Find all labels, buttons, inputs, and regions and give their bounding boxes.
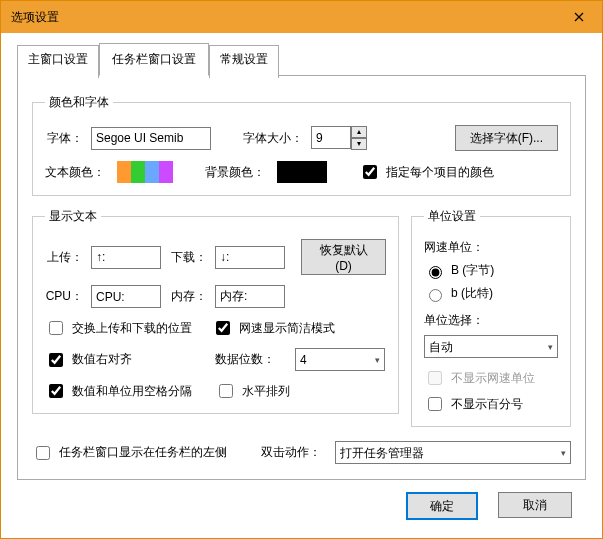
taskbar-left-input[interactable] bbox=[36, 446, 50, 460]
align-right-checkbox[interactable]: 数值右对齐 bbox=[45, 350, 195, 370]
space-sep-input[interactable] bbox=[49, 384, 63, 398]
unit-bit-input[interactable] bbox=[429, 289, 442, 302]
dblclick-select[interactable]: 打开任务管理器 bbox=[335, 441, 571, 464]
hide-percent-label: 不显示百分号 bbox=[451, 396, 523, 413]
compact-checkbox[interactable]: 网速显示简洁模式 bbox=[212, 318, 335, 338]
taskbar-left-label: 任务栏窗口显示在任务栏的左侧 bbox=[59, 444, 227, 461]
swatch-2[interactable] bbox=[145, 161, 159, 183]
mem-input[interactable] bbox=[215, 285, 285, 308]
download-input[interactable] bbox=[215, 246, 285, 269]
hide-percent-input[interactable] bbox=[428, 397, 442, 411]
dialog-footer: 确定 取消 bbox=[17, 480, 586, 528]
group-display-text-legend: 显示文本 bbox=[45, 208, 101, 225]
horizontal-checkbox[interactable]: 水平排列 bbox=[215, 381, 290, 401]
close-button[interactable] bbox=[556, 1, 602, 33]
group-unit: 单位设置 网速单位： B (字节) b (比特) 单位选择： bbox=[411, 208, 571, 427]
swatch-1[interactable] bbox=[131, 161, 145, 183]
space-sep-label: 数值和单位用空格分隔 bbox=[72, 383, 192, 400]
window-title: 选项设置 bbox=[11, 9, 59, 26]
tab-general[interactable]: 常规设置 bbox=[209, 45, 279, 78]
horizontal-input[interactable] bbox=[219, 384, 233, 398]
close-icon bbox=[574, 12, 584, 22]
tab-strip: 主窗口设置 任务栏窗口设置 常规设置 bbox=[17, 43, 586, 76]
digits-label: 数据位数： bbox=[215, 351, 275, 368]
tab-main-window[interactable]: 主窗口设置 bbox=[17, 45, 99, 78]
swap-checkbox[interactable]: 交换上传和下载的位置 bbox=[45, 318, 192, 338]
per-item-color-checkbox[interactable]: 指定每个项目的颜色 bbox=[359, 162, 494, 182]
bg-color-swatch[interactable] bbox=[277, 161, 327, 183]
text-color-label: 文本颜色： bbox=[45, 164, 109, 181]
swatch-3[interactable] bbox=[159, 161, 173, 183]
client-area: 主窗口设置 任务栏窗口设置 常规设置 颜色和字体 字体： 字体大小： ▴ ▾ bbox=[1, 33, 602, 538]
group-unit-legend: 单位设置 bbox=[424, 208, 480, 225]
compact-label: 网速显示简洁模式 bbox=[239, 320, 335, 337]
unit-byte-radio[interactable]: B (字节) bbox=[424, 262, 558, 279]
digits-select[interactable]: 4 bbox=[295, 348, 385, 371]
netunit-label: 网速单位： bbox=[424, 239, 558, 256]
taskbar-left-checkbox[interactable]: 任务栏窗口显示在任务栏的左侧 bbox=[32, 443, 227, 463]
cpu-label: CPU： bbox=[45, 288, 83, 305]
restore-default-button[interactable]: 恢复默认(D) bbox=[301, 239, 386, 275]
group-color-font-legend: 颜色和字体 bbox=[45, 94, 113, 111]
unit-byte-input[interactable] bbox=[429, 266, 442, 279]
download-label: 下载： bbox=[169, 249, 207, 266]
unit-bit-radio[interactable]: b (比特) bbox=[424, 285, 558, 302]
swap-label: 交换上传和下载的位置 bbox=[72, 320, 192, 337]
per-item-color-input[interactable] bbox=[363, 165, 377, 179]
unit-byte-label: B (字节) bbox=[451, 262, 494, 279]
unit-select-label: 单位选择： bbox=[424, 312, 558, 329]
font-size-label: 字体大小： bbox=[239, 130, 303, 147]
group-display-text: 显示文本 上传： 下载： 恢复默认(D) CPU： 内存： bbox=[32, 208, 399, 414]
group-color-font: 颜色和字体 字体： 字体大小： ▴ ▾ 选择字体(F)... bbox=[32, 94, 571, 196]
hide-netunit-label: 不显示网速单位 bbox=[451, 370, 535, 387]
hide-percent-checkbox[interactable]: 不显示百分号 bbox=[424, 394, 558, 414]
mem-label: 内存： bbox=[169, 288, 207, 305]
align-right-label: 数值右对齐 bbox=[72, 351, 132, 368]
font-size-input[interactable] bbox=[311, 126, 351, 149]
compact-input[interactable] bbox=[216, 321, 230, 335]
upload-input[interactable] bbox=[91, 246, 161, 269]
font-size-down[interactable]: ▾ bbox=[351, 138, 367, 150]
bg-color-label: 背景颜色： bbox=[205, 164, 269, 181]
per-item-color-label: 指定每个项目的颜色 bbox=[386, 164, 494, 181]
text-color-swatches[interactable] bbox=[117, 161, 173, 183]
unit-bit-label: b (比特) bbox=[451, 285, 493, 302]
swap-input[interactable] bbox=[49, 321, 63, 335]
font-size-up[interactable]: ▴ bbox=[351, 126, 367, 138]
tab-panel: 颜色和字体 字体： 字体大小： ▴ ▾ 选择字体(F)... bbox=[17, 76, 586, 480]
font-input[interactable] bbox=[91, 127, 211, 150]
font-size-spinner[interactable]: ▴ ▾ bbox=[311, 126, 367, 150]
space-sep-checkbox[interactable]: 数值和单位用空格分隔 bbox=[45, 381, 195, 401]
choose-font-button[interactable]: 选择字体(F)... bbox=[455, 125, 558, 151]
dblclick-label: 双击动作： bbox=[261, 444, 321, 461]
hide-netunit-input bbox=[428, 371, 442, 385]
unit-select[interactable]: 自动 bbox=[424, 335, 558, 358]
upload-label: 上传： bbox=[45, 249, 83, 266]
hide-netunit-checkbox: 不显示网速单位 bbox=[424, 368, 558, 388]
tab-taskbar-window[interactable]: 任务栏窗口设置 bbox=[99, 43, 209, 76]
swatch-0[interactable] bbox=[117, 161, 131, 183]
font-label: 字体： bbox=[45, 130, 83, 147]
ok-button[interactable]: 确定 bbox=[406, 492, 478, 520]
cancel-button[interactable]: 取消 bbox=[498, 492, 572, 518]
dialog-window: 选项设置 主窗口设置 任务栏窗口设置 常规设置 颜色和字体 字体： 字体大小： bbox=[0, 0, 603, 539]
horizontal-label: 水平排列 bbox=[242, 383, 290, 400]
cpu-input[interactable] bbox=[91, 285, 161, 308]
align-right-input[interactable] bbox=[49, 353, 63, 367]
titlebar: 选项设置 bbox=[1, 1, 602, 33]
